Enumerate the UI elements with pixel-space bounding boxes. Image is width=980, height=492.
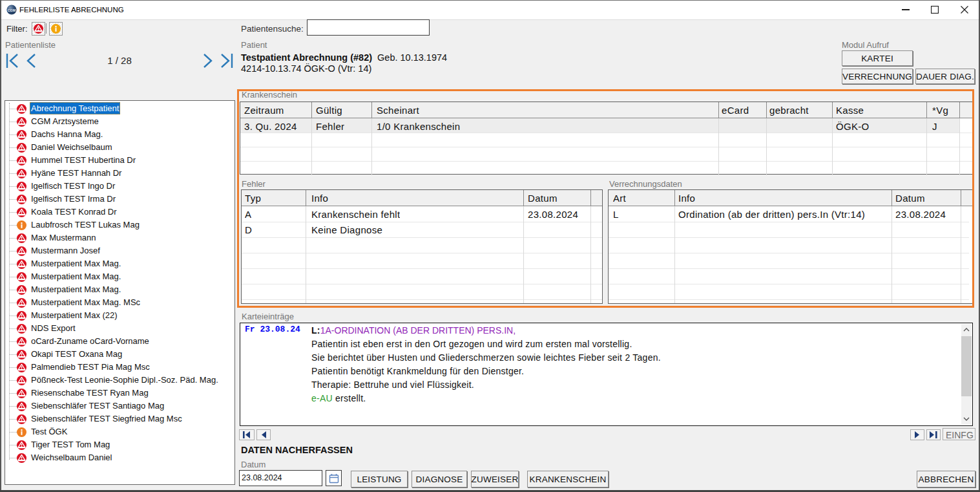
svg-text:CGM: CGM <box>8 8 16 12</box>
